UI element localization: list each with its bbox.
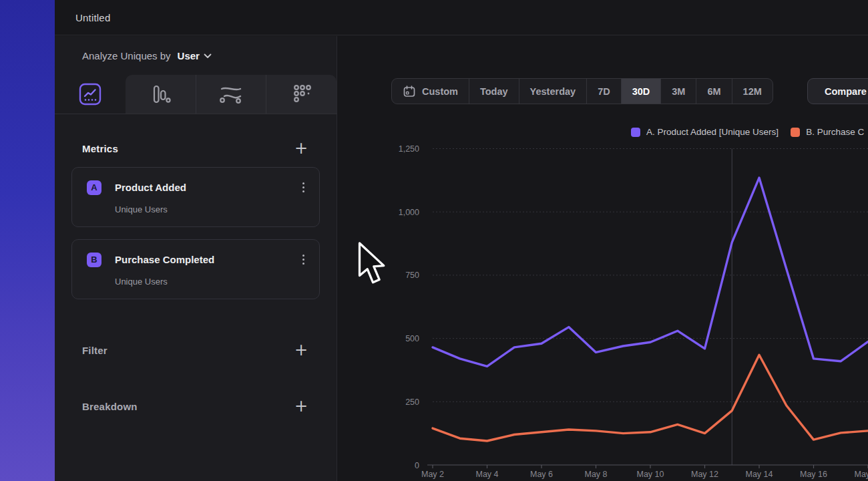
legend-item[interactable]: A. Product Added [Unique Users]: [631, 127, 779, 137]
kebab-menu-icon[interactable]: [298, 180, 308, 195]
range-custom[interactable]: Custom: [392, 79, 469, 104]
chart-panel: CustomTodayYesterday7D30D3M6M12M Compare…: [338, 36, 868, 481]
flows-icon: [218, 83, 244, 106]
analyze-entity-value: User: [178, 50, 200, 61]
chevron-down-icon: [204, 53, 212, 59]
analyze-entity-dropdown[interactable]: User: [178, 50, 212, 61]
legend-swatch: [791, 128, 800, 137]
kebab-menu-icon[interactable]: [298, 252, 308, 267]
range-label: 12M: [743, 86, 762, 97]
chart-legend: A. Product Added [Unique Users]B. Purcha…: [631, 127, 864, 137]
screen: Untitled Analyze Uniques by User: [0, 0, 868, 481]
range-6m[interactable]: 6M: [696, 79, 731, 104]
filter-header: Filter +: [55, 343, 337, 357]
grid-dots-icon: [290, 83, 313, 106]
filter-title: Filter: [82, 345, 107, 356]
metrics-header: Metrics +: [55, 142, 337, 155]
legend-label: A. Product Added [Unique Users]: [646, 127, 779, 137]
chart-type-tabs: [55, 75, 337, 114]
range-today[interactable]: Today: [469, 79, 519, 104]
chart-type-tab-group: [126, 75, 337, 114]
range-label: Custom: [422, 86, 458, 97]
add-breakdown-button[interactable]: +: [294, 399, 308, 413]
metric-card-a[interactable]: A Product Added Unique Users: [71, 167, 320, 227]
legend-label: B. Purchase C: [806, 127, 864, 137]
range-3m[interactable]: 3M: [660, 79, 696, 104]
desktop-background: [0, 0, 55, 481]
metric-letter-badge: A: [87, 180, 101, 195]
range-label: Today: [480, 86, 508, 97]
legend-swatch: [631, 128, 640, 137]
range-label: 7D: [598, 86, 610, 97]
metric-measure: Unique Users: [115, 277, 308, 287]
range-label: 6M: [707, 86, 720, 97]
breakdown-title: Breakdown: [82, 401, 138, 412]
tab-flows[interactable]: [196, 75, 266, 114]
range-label: 3M: [672, 86, 685, 97]
range-30d[interactable]: 30D: [621, 79, 661, 104]
compare-button[interactable]: Compare: [807, 78, 868, 104]
metric-name: Product Added: [115, 182, 298, 193]
analyze-label: Analyze Uniques by: [82, 50, 171, 61]
add-filter-button[interactable]: +: [294, 343, 308, 357]
analyze-row: Analyze Uniques by User: [55, 36, 337, 75]
app-window: Untitled Analyze Uniques by User: [55, 0, 868, 481]
range-12m[interactable]: 12M: [732, 79, 773, 104]
metric-card-b[interactable]: B Purchase Completed Unique Users: [71, 239, 320, 299]
line-chart-icon: [79, 83, 101, 106]
add-metric-button[interactable]: +: [294, 142, 308, 155]
range-label: 30D: [632, 86, 650, 97]
tab-bar-chart[interactable]: [126, 75, 196, 114]
top-bar: Untitled: [55, 0, 868, 35]
sidebar: Analyze Uniques by User: [55, 36, 337, 481]
range-7d[interactable]: 7D: [586, 79, 621, 104]
report-title: Untitled: [75, 12, 110, 23]
range-yesterday[interactable]: Yesterday: [519, 79, 587, 104]
bar-chart-icon: [148, 82, 172, 106]
tab-line-chart[interactable]: [55, 75, 126, 114]
metric-measure: Unique Users: [115, 204, 308, 214]
compare-label: Compare: [825, 86, 867, 97]
legend-item[interactable]: B. Purchase C: [791, 127, 864, 137]
breakdown-header: Breakdown +: [55, 399, 337, 413]
metric-letter-badge: B: [87, 253, 101, 267]
calendar-icon: [403, 85, 416, 98]
tab-grid[interactable]: [266, 75, 337, 114]
tabs-divider: [55, 114, 337, 114]
range-label: Yesterday: [530, 86, 576, 97]
metrics-title: Metrics: [82, 143, 118, 154]
metric-name: Purchase Completed: [115, 254, 298, 265]
date-range-bar: CustomTodayYesterday7D30D3M6M12M: [391, 78, 773, 104]
